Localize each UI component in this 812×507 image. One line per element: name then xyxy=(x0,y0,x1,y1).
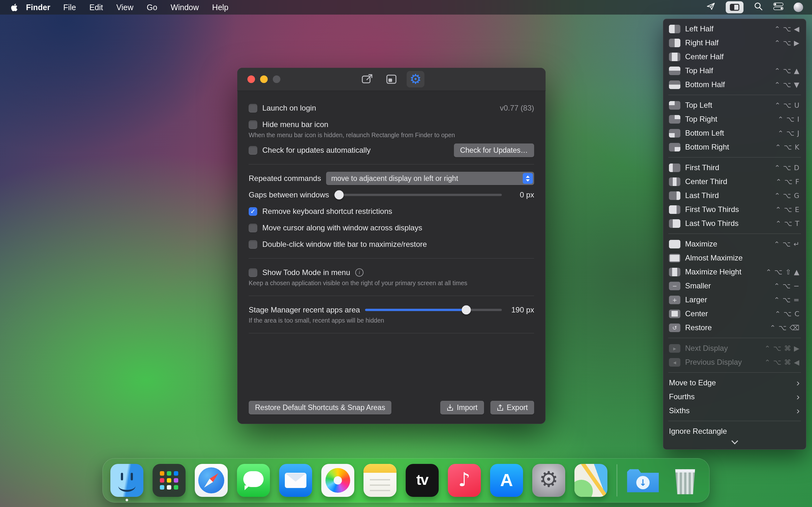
menu-item-bottom-half[interactable]: Bottom Half⌃ ⌥ ▼ xyxy=(663,78,806,92)
gaps-slider[interactable] xyxy=(334,190,502,200)
dock-items xyxy=(102,458,710,503)
minimize-button[interactable] xyxy=(260,75,268,83)
dock-item-safari[interactable] xyxy=(195,464,228,497)
dock-item-tv[interactable] xyxy=(406,464,439,497)
menu-item-left-half[interactable]: Left Half⌃ ⌥ ◀ xyxy=(663,22,806,36)
menu-item-sixths[interactable]: Sixths› xyxy=(663,404,806,418)
dock-item-music[interactable] xyxy=(448,464,481,497)
left-half-icon xyxy=(669,25,680,33)
control-center-icon[interactable] xyxy=(773,3,783,12)
window-titlebar[interactable]: ⚙ xyxy=(237,68,546,91)
import-button[interactable]: Import xyxy=(440,401,484,414)
dock-item-trash[interactable] xyxy=(669,464,702,497)
menu-item-label: Top Half xyxy=(685,66,713,75)
submenu-chevron-icon: › xyxy=(797,378,800,388)
menu-item-maximize[interactable]: Maximize⌃ ⌥ ↵ xyxy=(663,237,806,251)
menu-item-next-display[interactable]: ▸Next Display⌃ ⌥ ⌘ ▶ xyxy=(663,341,806,355)
zoom-button[interactable] xyxy=(273,75,281,83)
todo-mode-checkbox[interactable] xyxy=(249,268,257,277)
close-button[interactable] xyxy=(247,75,255,83)
next-display-icon: ▸ xyxy=(669,344,680,353)
export-button[interactable]: Export xyxy=(490,401,534,414)
dock-item-maps[interactable] xyxy=(574,464,607,497)
repeated-commands-select[interactable]: move to adjacent display on left or righ… xyxy=(326,172,534,185)
menubar-item-edit[interactable]: Edit xyxy=(83,3,110,12)
menu-item-larger[interactable]: +Larger⌃ ⌥ = xyxy=(663,293,806,307)
menu-item-center-half[interactable]: Center Half xyxy=(663,50,806,64)
move-cursor-checkbox[interactable] xyxy=(249,224,257,232)
divider xyxy=(249,296,534,296)
menubar-item-go[interactable]: Go xyxy=(140,3,164,12)
remove-restrictions-checkbox[interactable] xyxy=(249,207,257,216)
menu-item-restore[interactable]: ↺Restore⌃ ⌥ ⌫ xyxy=(663,321,806,335)
menu-item-last-third[interactable]: Last Third⌃ ⌥ G xyxy=(663,188,806,203)
menubar-app-name[interactable]: Finder xyxy=(24,3,56,12)
slider-knob[interactable] xyxy=(335,190,344,200)
dock-item-messages[interactable] xyxy=(237,464,270,497)
import-icon xyxy=(447,404,454,412)
menu-item-fourths[interactable]: Fourths› xyxy=(663,390,806,404)
menubar-item-help[interactable]: Help xyxy=(206,3,235,12)
menu-item-smaller[interactable]: −Smaller⌃ ⌥ − xyxy=(663,279,806,293)
dock-item-launchpad[interactable] xyxy=(153,464,186,497)
menu-item-maximize-height[interactable]: Maximize Height⌃ ⌥ ⇧ ▲ xyxy=(663,265,806,279)
menubar-item-view[interactable]: View xyxy=(110,3,140,12)
check-for-updates-button[interactable]: Check for Updates… xyxy=(454,144,534,157)
send-icon[interactable] xyxy=(706,2,716,13)
rectangle-menu-bar-icon[interactable] xyxy=(726,1,744,13)
menu-item-top-left[interactable]: Top Left⌃ ⌥ U xyxy=(663,98,806,112)
menubar-item-window[interactable]: Window xyxy=(164,3,206,12)
menu-item-move-to-edge[interactable]: Move to Edge› xyxy=(663,376,806,390)
slider-knob[interactable] xyxy=(461,305,471,315)
menu-item-previous-display[interactable]: ◂Previous Display⌃ ⌥ ⌘ ◀ xyxy=(663,355,806,369)
search-icon[interactable] xyxy=(754,2,763,13)
stage-manager-caption: If the area is too small, recent apps wi… xyxy=(249,317,534,324)
dock-item-finder[interactable] xyxy=(110,464,143,497)
menubar-item-file[interactable]: File xyxy=(56,3,83,12)
menu-item-label: Ignore Rectangle xyxy=(669,427,727,436)
menu-item-last-two-thirds[interactable]: Last Two Thirds⌃ ⌥ T xyxy=(663,216,806,230)
menu-item-center-third[interactable]: Center Third⌃ ⌥ F xyxy=(663,175,806,188)
info-icon[interactable]: i xyxy=(355,268,363,277)
menu-item-almost-maximize[interactable]: Almost Maximize xyxy=(663,251,806,265)
menu-item-label: Center Half xyxy=(685,52,723,61)
stage-manager-slider[interactable] xyxy=(365,305,502,315)
dock-item-downloads[interactable] xyxy=(626,464,659,497)
menu-item-center[interactable]: Center⌃ ⌥ C xyxy=(663,307,806,321)
tab-snap-areas[interactable] xyxy=(383,71,400,88)
menu-item-top-half[interactable]: Top Half⌃ ⌥ ▲ xyxy=(663,64,806,78)
dock-item-app-store[interactable] xyxy=(490,464,523,497)
slider-track[interactable] xyxy=(334,194,502,196)
double-click-checkbox[interactable] xyxy=(249,240,257,249)
menu-item-bottom-left[interactable]: Bottom Left⌃ ⌥ J xyxy=(663,126,806,140)
menu-item-label: Last Two Thirds xyxy=(685,219,739,228)
tab-settings[interactable]: ⚙ xyxy=(407,71,424,88)
menu-item-first-third[interactable]: First Third⌃ ⌥ D xyxy=(663,161,806,175)
dock-item-system-settings[interactable] xyxy=(532,464,565,497)
todo-mode-row: Show Todo Mode in menu i xyxy=(249,264,534,281)
trash-app-icon xyxy=(669,464,702,497)
slider-track[interactable] xyxy=(365,309,502,311)
finder-app-icon xyxy=(110,464,143,497)
menu-item-label: Next Display xyxy=(685,344,728,353)
menu-scroll-chevron[interactable] xyxy=(663,438,806,448)
menu-item-ignore-rectangle[interactable]: Ignore Rectangle xyxy=(663,424,806,438)
apple-menu[interactable] xyxy=(11,3,18,12)
check-updates-checkbox[interactable] xyxy=(249,146,257,155)
menu-item-right-half[interactable]: Right Half⌃ ⌥ ▶ xyxy=(663,36,806,50)
menu-item-bottom-right[interactable]: Bottom Right⌃ ⌥ K xyxy=(663,140,806,154)
maps-app-icon xyxy=(574,464,607,497)
dock-item-notes[interactable] xyxy=(363,464,397,497)
dock-item-photos[interactable] xyxy=(321,464,354,497)
launchpad-app-icon xyxy=(153,464,186,497)
restore-defaults-button[interactable]: Restore Default Shortcuts & Snap Areas xyxy=(249,401,392,414)
menu-item-first-two-thirds[interactable]: First Two Thirds⌃ ⌥ E xyxy=(663,203,806,216)
menu-item-label: Bottom Left xyxy=(685,129,724,137)
siri-icon[interactable] xyxy=(794,3,803,12)
hide-menu-bar-icon-checkbox[interactable] xyxy=(249,120,257,129)
launch-on-login-checkbox[interactable] xyxy=(249,104,257,112)
settings-gear-icon: ⚙ xyxy=(409,72,421,86)
tab-shortcuts[interactable] xyxy=(358,71,376,88)
menu-item-top-right[interactable]: Top Right⌃ ⌥ I xyxy=(663,112,806,126)
dock-item-mail[interactable] xyxy=(279,464,312,497)
